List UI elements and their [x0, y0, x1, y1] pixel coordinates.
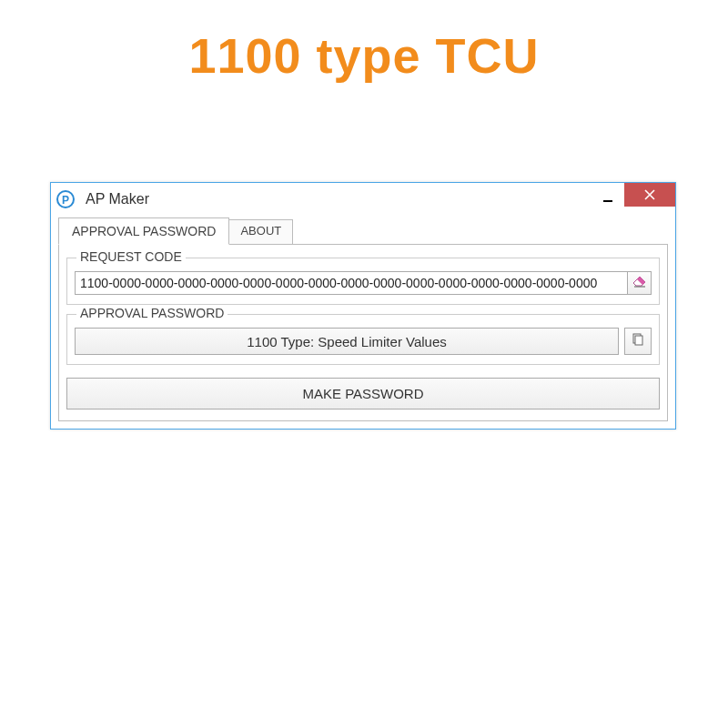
titlebar-controls	[592, 183, 675, 216]
request-code-group: REQUEST CODE	[66, 258, 660, 305]
app-icon: P	[56, 190, 75, 208]
titlebar: P AP Maker	[51, 183, 675, 216]
tab-approval-password[interactable]: APPROVAL PASSWORD	[58, 217, 229, 245]
clear-button[interactable]	[628, 271, 652, 295]
page-heading: 1100 type TCU	[0, 0, 728, 84]
approval-password-display: 1100 Type: Speed Limiter Values	[75, 328, 619, 355]
copy-button[interactable]	[624, 328, 652, 355]
minimize-button[interactable]	[592, 187, 624, 210]
tab-content: REQUEST CODE APPROVAL PASSWORD 110	[58, 244, 668, 421]
svg-rect-2	[603, 200, 612, 202]
make-password-button[interactable]: MAKE PASSWORD	[66, 378, 660, 410]
tab-about[interactable]: ABOUT	[228, 219, 293, 244]
approval-password-group: APPROVAL PASSWORD 1100 Type: Speed Limit…	[66, 314, 660, 365]
svg-text:P: P	[62, 194, 69, 207]
copy-icon	[632, 333, 644, 349]
request-code-label: REQUEST CODE	[76, 249, 186, 264]
close-button[interactable]	[624, 183, 675, 207]
approval-password-label: APPROVAL PASSWORD	[76, 306, 228, 320]
tab-strip: APPROVAL PASSWORD ABOUT	[51, 217, 675, 244]
eraser-icon	[632, 275, 647, 291]
svg-rect-7	[635, 336, 642, 345]
app-window: P AP Maker APPROVAL PASSWORD ABOUT REQUE…	[50, 182, 676, 430]
request-code-input[interactable]	[75, 271, 628, 295]
window-title: AP Maker	[86, 191, 149, 207]
